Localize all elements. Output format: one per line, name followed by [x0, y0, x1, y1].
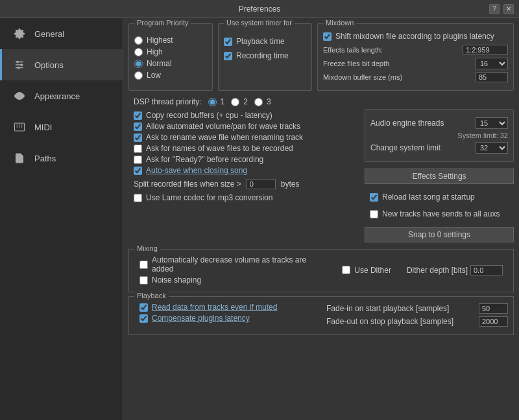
effects-tails-label: Effects tails length: [323, 46, 463, 54]
ask-rename-label: Ask to rename wave file when renaming tr… [146, 133, 303, 142]
dsp-label: DSP thread priority: [134, 97, 202, 106]
compensate-latency-row: Compensate plugins latency [134, 314, 316, 323]
sidebar: General Options Appearance MIDI Paths [0, 18, 123, 420]
priority-radio-group: Highest High Normal Low [134, 36, 207, 80]
compensate-latency-label[interactable]: Compensate plugins latency [152, 314, 250, 323]
sidebar-item-paths[interactable]: Paths [0, 143, 123, 174]
priority-high: High [134, 47, 207, 56]
auto-save-checkbox[interactable] [134, 167, 142, 175]
shift-mixdown-checkbox[interactable] [323, 32, 332, 41]
title-bar-controls: ? ✕ [489, 4, 514, 14]
mixing-section: Mixing Automatically decrease volume as … [128, 249, 514, 292]
priority-highest: Highest [134, 36, 207, 45]
audio-threads-row: Audio engine threads 15 [370, 117, 508, 129]
dsp-1-label: 1 [221, 97, 225, 106]
use-system-timer-title: Use system timer for [224, 19, 295, 27]
mixdown-buffer-label: Mixdown buffer size (ms) [323, 73, 476, 81]
fade-in-label: Fade-in on start playback [samples] [326, 304, 449, 313]
mixdown-buffer-input[interactable] [476, 72, 508, 82]
noise-shaping-row: Noise shaping [134, 275, 326, 285]
priority-low-radio[interactable] [134, 71, 143, 80]
use-lame-label: Use Lame codec for mp3 conversion [146, 193, 272, 202]
ask-names-checkbox[interactable] [134, 145, 142, 153]
dither-depth-input[interactable] [470, 265, 503, 275]
use-dither-checkbox[interactable] [342, 266, 350, 274]
change-limit-select[interactable]: 32 [476, 142, 508, 154]
priority-normal: Normal [134, 59, 207, 68]
playback-right: Fade-in on start playback [samples] Fade… [326, 301, 508, 329]
new-tracks-sends-checkbox[interactable] [370, 210, 378, 218]
allow-automated-row: Allow automated volume/pan for wave trac… [128, 122, 359, 131]
dsp-1-radio[interactable] [208, 98, 217, 106]
auto-decrease-row: Automatically decrease volume as tracks … [134, 255, 326, 274]
noise-shaping-label: Noise shaping [152, 275, 201, 285]
priority-normal-radio[interactable] [134, 60, 143, 68]
svg-point-5 [20, 64, 23, 66]
playback-section: Playback Read data from tracks even if m… [128, 296, 514, 335]
main-content: Program Priority Highest High Normal [123, 18, 519, 420]
new-tracks-sends-label: New tracks have sends to all auxs [382, 209, 500, 218]
sidebar-item-general[interactable]: General [0, 18, 123, 49]
audio-threads-select[interactable]: 15 [476, 117, 508, 129]
title-bar: Preferences ? ✕ [0, 0, 519, 18]
dsp-3-label: 3 [267, 97, 271, 106]
split-value-input[interactable] [247, 179, 276, 189]
read-data-muted-label[interactable]: Read data from tracks even if muted [152, 303, 277, 312]
freeze-bit-depth-label: Freeze files bit depth [323, 60, 476, 67]
ask-ready-checkbox[interactable] [134, 156, 142, 164]
sidebar-item-midi[interactable]: MIDI [0, 111, 123, 143]
help-button[interactable]: ? [489, 4, 500, 14]
auto-decrease-checkbox[interactable] [139, 261, 148, 269]
priority-highest-radio[interactable] [134, 36, 143, 45]
dither-depth-label: Dither depth [bits] [407, 266, 468, 275]
ask-ready-label: Ask for "Ready?" before recording [146, 155, 263, 164]
noise-shaping-checkbox[interactable] [139, 276, 148, 285]
close-button[interactable]: ✕ [503, 4, 514, 14]
playback-time-checkbox[interactable] [224, 38, 232, 46]
gear-icon [12, 27, 27, 41]
dsp-radio-2: 2 [231, 97, 248, 106]
fade-in-input[interactable] [479, 303, 508, 314]
copy-record-checkbox[interactable] [134, 111, 142, 120]
svg-point-7 [18, 95, 21, 98]
ask-rename-checkbox[interactable] [134, 134, 142, 142]
mixing-left: Automatically decrease volume as tracks … [134, 253, 326, 286]
dsp-2-label: 2 [243, 97, 248, 106]
allow-automated-checkbox[interactable] [134, 122, 142, 131]
freeze-bit-depth-row: Freeze files bit depth 16 [323, 58, 508, 69]
compensate-latency-checkbox[interactable] [139, 314, 148, 323]
mixing-title: Mixing [134, 244, 160, 252]
freeze-bit-depth-select[interactable]: 16 [476, 58, 508, 69]
effects-settings-button[interactable]: Effects Settings [365, 169, 514, 184]
dsp-3-radio[interactable] [254, 98, 263, 106]
audio-threads-label: Audio engine threads [370, 119, 444, 128]
recording-time-row: Recording time [224, 51, 306, 60]
priority-highest-label: Highest [147, 36, 173, 45]
reload-last-song-checkbox[interactable] [370, 193, 378, 202]
copy-record-label: Copy record buffers (+ cpu - latency) [146, 111, 272, 120]
eye-icon [12, 89, 27, 103]
recording-time-checkbox[interactable] [224, 52, 232, 60]
effects-tails-input[interactable] [463, 45, 508, 55]
auto-save-label[interactable]: Auto-save when closing song [146, 166, 247, 175]
use-lame-checkbox[interactable] [134, 194, 142, 202]
fade-out-input[interactable] [479, 316, 508, 327]
sidebar-item-midi-label: MIDI [34, 122, 52, 132]
doc-icon [12, 151, 27, 165]
dsp-radio-1: 1 [208, 97, 225, 106]
use-dither-row: Use Dither [337, 266, 396, 275]
sidebar-item-options[interactable]: Options [0, 49, 123, 80]
snap-to-0-button[interactable]: Snap to 0 settings [365, 227, 514, 242]
effects-tails-row: Effects tails length: [323, 45, 508, 55]
dsp-row: DSP thread priority: 1 2 3 [128, 95, 514, 109]
piano-icon [12, 120, 27, 134]
dither-depth-row: Dither depth [bits] [402, 265, 508, 275]
svg-point-6 [18, 67, 20, 69]
use-system-timer-panel: Use system timer for Playback time Recor… [218, 23, 312, 91]
read-data-muted-checkbox[interactable] [139, 303, 148, 312]
mixdown-panel: Mixdown Shift mixdown file according to … [317, 23, 514, 91]
dsp-2-radio[interactable] [231, 98, 239, 106]
playback-time-row: Playback time [224, 37, 306, 46]
sidebar-item-appearance[interactable]: Appearance [0, 80, 123, 111]
priority-high-radio[interactable] [134, 48, 143, 56]
